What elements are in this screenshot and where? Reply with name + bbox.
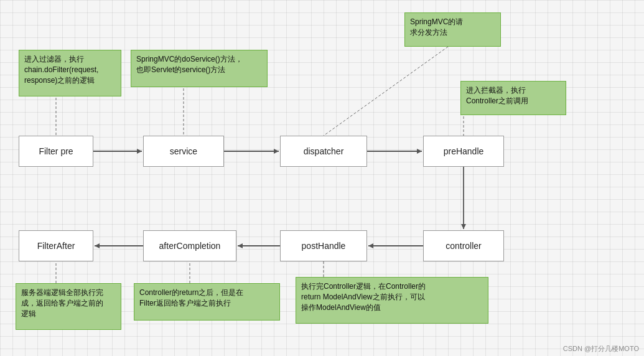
svg-marker-11 [238,243,243,248]
flow-box-service: service [143,136,224,167]
svg-marker-5 [417,149,422,154]
note-service: SpringMVC的doService()方法， 也即Servlet的servi… [131,50,268,87]
svg-marker-1 [137,149,142,154]
note-interceptor: 进入拦截器，执行 Controller之前调用 [460,81,566,115]
svg-marker-13 [95,243,100,248]
note-springmvc: SpringMVC的请 求分发方法 [404,12,501,47]
svg-line-16 [324,47,448,136]
svg-marker-7 [461,224,466,229]
note-filter: 进入过滤器，执行 chain.doFilter(request, respons… [19,50,121,96]
svg-marker-3 [274,149,279,154]
flow-box-aftercompletion: afterCompletion [143,230,236,261]
note-modelview: 执行完Controller逻辑，在Controller的 return Mode… [296,277,488,324]
note-return: Controller的return之后，但是在 Filter返回给客户端之前执行 [134,283,280,321]
flow-box-dispatcher: dispatcher [280,136,367,167]
flow-box-filter-pre: Filter pre [19,136,93,167]
flow-box-filterafter: FilterAfter [19,230,93,261]
note-server: 服务器端逻辑全部执行完 成，返回给客户端之前的 逻辑 [16,283,121,330]
flow-box-posthandle: postHandle [280,230,367,261]
flow-box-controller: controller [423,230,504,261]
svg-marker-9 [368,243,373,248]
diagram-container: Filter pre service dispatcher preHandle … [0,0,644,356]
watermark: CSDN @打分几楼MOTO [563,344,639,354]
flow-box-prehandle: preHandle [423,136,504,167]
